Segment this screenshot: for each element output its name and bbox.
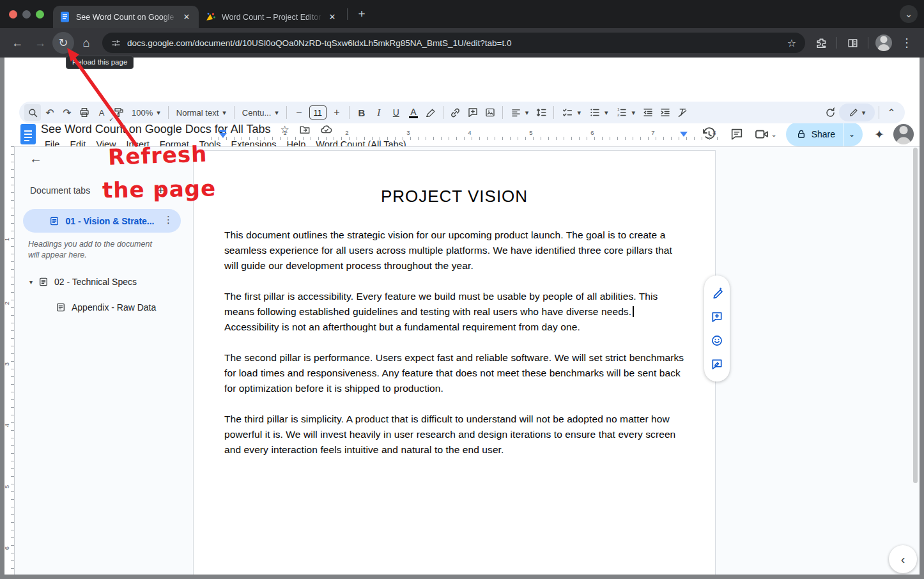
insert-image-icon[interactable] bbox=[482, 104, 498, 121]
browser-tab-inactive[interactable]: Word Count – Project Editor – ✕ bbox=[199, 6, 344, 28]
undo-icon[interactable]: ↶ bbox=[42, 104, 58, 121]
svg-text:2: 2 bbox=[617, 113, 620, 117]
sidebar-header: Document tabs bbox=[30, 185, 90, 196]
video-call-button[interactable]: ⌄ bbox=[754, 127, 776, 142]
chevron-down-icon: ▾ bbox=[222, 109, 226, 117]
document-tabs-sidebar: ← Document tabs + 01 - Vision & Strate..… bbox=[15, 146, 194, 575]
chevron-down-icon: ▾ bbox=[631, 109, 635, 117]
collapse-triangle-icon[interactable]: ▾ bbox=[29, 279, 33, 286]
pen-icon bbox=[849, 107, 859, 118]
bookmark-star-icon[interactable]: ☆ bbox=[787, 37, 796, 49]
window-frame-bottom bbox=[0, 575, 924, 579]
url-text[interactable]: docs.google.com/document/d/10USl0oQOa0Nz… bbox=[127, 38, 781, 48]
underline-button[interactable]: U bbox=[388, 104, 404, 121]
sidebar-tab-appendix-raw-data[interactable]: Appendix - Raw Data bbox=[56, 302, 156, 313]
doc-tab-icon bbox=[38, 277, 49, 287]
increase-indent-icon[interactable] bbox=[657, 104, 674, 121]
sidebar-tab-label: 01 - Vision & Strate... bbox=[65, 216, 154, 226]
suggest-edits-icon[interactable] bbox=[711, 358, 723, 371]
sidebar-tab-label: 02 - Technical Specs bbox=[54, 277, 137, 287]
font-family-select[interactable]: Centu...▾ bbox=[238, 104, 282, 121]
tab-close-icon[interactable]: ✕ bbox=[181, 12, 192, 23]
toolbar-divider bbox=[836, 37, 837, 49]
reading-list-icon[interactable] bbox=[842, 32, 863, 54]
sidebar-tab-vision-strategy[interactable]: 01 - Vision & Strate... ⋮ bbox=[23, 209, 181, 233]
video-camera-icon bbox=[754, 127, 769, 142]
new-tab-button[interactable]: + bbox=[353, 5, 371, 23]
document-page[interactable]: PROJECT VISION This document outlines th… bbox=[193, 150, 716, 575]
chevron-down-icon: ▾ bbox=[275, 109, 279, 117]
tab-options-kebab-icon[interactable]: ⋮ bbox=[164, 214, 173, 226]
share-label: Share bbox=[812, 129, 835, 139]
window-frame-right bbox=[920, 58, 924, 579]
account-avatar[interactable] bbox=[893, 124, 914, 144]
emoji-reaction-icon[interactable] bbox=[711, 334, 723, 347]
address-bar[interactable]: docs.google.com/document/d/10USl0oQOa0Nz… bbox=[102, 33, 805, 53]
right-indent-marker[interactable] bbox=[680, 132, 688, 137]
close-sidebar-back-icon[interactable]: ← bbox=[27, 150, 45, 167]
toolbar-divider bbox=[868, 37, 868, 49]
first-line-indent-marker[interactable] bbox=[220, 130, 226, 132]
tab-title: Word Count – Project Editor – bbox=[222, 13, 323, 22]
ruler-number: 2 bbox=[345, 129, 348, 136]
clear-formatting-icon[interactable] bbox=[674, 104, 691, 121]
add-comment-icon[interactable] bbox=[711, 311, 723, 323]
forward-button[interactable]: → bbox=[29, 32, 51, 54]
tab-search-chevron-icon[interactable]: ⌄ bbox=[900, 5, 918, 23]
google-docs-logo[interactable] bbox=[20, 123, 36, 145]
ruler-number: 5 bbox=[529, 129, 532, 136]
share-button[interactable]: Share ⌄ bbox=[786, 122, 863, 146]
chevron-down-icon[interactable]: ⌄ bbox=[771, 130, 776, 139]
browser-tab-active[interactable]: See Word Count on Google D ✕ bbox=[53, 6, 199, 28]
doc-tab-icon bbox=[49, 216, 59, 226]
increase-font-size-button[interactable]: + bbox=[328, 104, 345, 121]
decrease-font-size-button[interactable]: − bbox=[291, 104, 307, 121]
vertical-scrollbar[interactable] bbox=[913, 148, 918, 483]
word-count-extension-favicon bbox=[205, 12, 216, 22]
extensions-puzzle-icon[interactable] bbox=[810, 32, 832, 54]
text-color-button[interactable]: A bbox=[405, 104, 422, 121]
vertical-ruler[interactable]: 1 2 3 4 5 6 bbox=[4, 146, 15, 575]
chevron-down-icon: ▾ bbox=[862, 109, 866, 117]
left-indent-marker[interactable] bbox=[219, 133, 227, 138]
highlight-color-icon[interactable] bbox=[422, 104, 439, 121]
tab-close-icon[interactable]: ✕ bbox=[327, 12, 338, 23]
window-close-button[interactable] bbox=[9, 10, 17, 19]
browser-profile-avatar[interactable] bbox=[875, 35, 892, 51]
bold-button[interactable]: B bbox=[353, 104, 370, 121]
search-menus-icon[interactable] bbox=[24, 104, 41, 121]
numbered-list-select[interactable]: 12 ▾ bbox=[612, 104, 639, 121]
ruler-number: 4 bbox=[468, 129, 471, 136]
window-zoom-button[interactable] bbox=[36, 10, 44, 19]
line-spacing-icon[interactable] bbox=[533, 104, 550, 121]
sidebar-tab-technical-specs[interactable]: ▾ 02 - Technical Specs bbox=[29, 277, 137, 287]
share-dropdown-chevron-icon[interactable]: ⌄ bbox=[843, 130, 863, 139]
add-comment-icon[interactable] bbox=[465, 104, 481, 121]
editing-mode-select[interactable]: ▾ bbox=[839, 104, 875, 121]
checklist-select[interactable]: ▾ bbox=[558, 104, 585, 121]
browser-menu-kebab-icon[interactable]: ⋮ bbox=[896, 32, 918, 54]
bulleted-list-select[interactable]: ▾ bbox=[585, 104, 612, 121]
font-size-input[interactable]: 11 bbox=[308, 104, 328, 121]
annotation-text-line2: the page bbox=[102, 175, 217, 203]
chevron-down-icon: ▾ bbox=[604, 109, 608, 117]
italic-button[interactable]: I bbox=[371, 104, 387, 121]
paragraph-3: The second pillar is performance. Users … bbox=[224, 350, 684, 396]
paragraph-4: The third pillar is simplicity. A produc… bbox=[224, 412, 684, 458]
collapse-toolbar-chevron-icon[interactable]: ⌃ bbox=[883, 104, 900, 121]
window-minimize-button[interactable] bbox=[22, 10, 31, 19]
horizontal-ruler[interactable]: 1 2 3 4 5 6 7 8 bbox=[211, 129, 722, 140]
annotation-text-line1: Refresh bbox=[107, 141, 208, 169]
show-side-panel-button[interactable]: ‹ bbox=[889, 545, 917, 573]
gemini-star-icon[interactable]: ✦ bbox=[872, 127, 887, 142]
back-button[interactable]: ← bbox=[6, 32, 28, 54]
decrease-indent-icon[interactable] bbox=[640, 104, 656, 121]
paragraph-2: The first pillar is accessibility. Every… bbox=[224, 289, 684, 335]
insert-link-icon[interactable] bbox=[447, 104, 464, 121]
align-select[interactable]: ▾ bbox=[507, 104, 533, 121]
help-me-write-icon[interactable] bbox=[711, 286, 724, 300]
ruler-number: 1 bbox=[283, 129, 286, 136]
sidebar-tab-label: Appendix - Raw Data bbox=[72, 302, 156, 313]
comments-icon[interactable] bbox=[726, 123, 748, 145]
refresh-plus-icon[interactable] bbox=[822, 104, 838, 121]
